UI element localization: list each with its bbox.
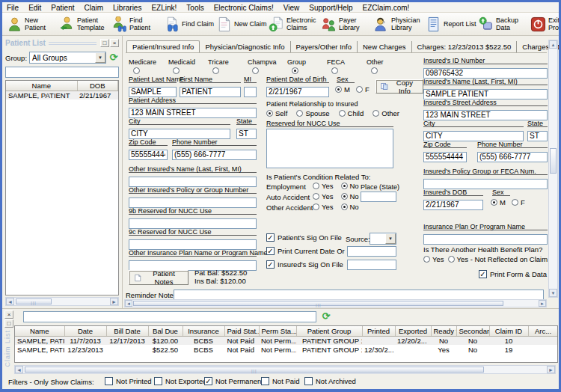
radio-spouse[interactable]: Spouse <box>296 109 329 117</box>
toolbar-backup-data[interactable]: Backup Data <box>478 16 530 32</box>
patient-phone-input[interactable] <box>172 150 257 160</box>
refresh-icon[interactable]: ⟳ <box>321 311 331 322</box>
claim-search-input[interactable] <box>23 311 316 322</box>
insured-address-input[interactable] <box>423 110 548 120</box>
other-insured-name-input[interactable] <box>129 177 257 187</box>
toolbar-find-claim[interactable]: Find Claim <box>164 16 216 32</box>
menu-electronic-claims[interactable]: Electronic Claims! <box>214 4 274 12</box>
chevron-down-icon[interactable]: ▼ <box>385 233 396 244</box>
insured-city-input[interactable] <box>423 131 524 141</box>
radio-no[interactable]: No <box>341 203 359 211</box>
radio-feca[interactable]: FECA <box>327 58 367 74</box>
menu-ezclaim-com[interactable]: EZClaim.com! <box>363 4 410 12</box>
claim-hscrollbar[interactable]: ◄ ► ||| <box>14 365 556 374</box>
radio-medicaid[interactable]: Medicaid <box>168 58 208 74</box>
column-header-name[interactable]: Name <box>15 326 64 336</box>
radio-yes[interactable]: Yes <box>313 203 334 211</box>
scroll-up-icon[interactable]: ▲ <box>549 40 557 49</box>
radio-yes-not-reflected-on-claim[interactable]: Yes - Not Reflected on Claim <box>448 255 548 263</box>
scroll-thumb[interactable]: ||| <box>25 367 484 373</box>
column-header-ready-fo[interactable]: Ready fo... <box>431 326 456 336</box>
patient-mi-input[interactable] <box>244 87 257 97</box>
column-header-date[interactable]: Date <box>64 326 106 336</box>
patient-dob-input[interactable] <box>266 87 329 97</box>
radio-tricare[interactable]: Tricare <box>208 58 248 74</box>
insured-zip-input[interactable] <box>423 152 467 162</box>
copy-info-button[interactable]: Copy Info <box>375 79 423 94</box>
menu-view[interactable]: View <box>283 4 300 12</box>
insured-name-input[interactable] <box>423 89 548 99</box>
checkbox-print-current-date[interactable]: ✓Print Current Date Or <box>266 247 345 255</box>
column-header-name[interactable]: Name <box>6 81 77 91</box>
scroll-left-icon[interactable]: ◄ <box>6 298 14 305</box>
table-row-0[interactable]: SAMPLE, PATI...11/7/201312/17/2013$120.0… <box>15 336 558 345</box>
toolbar-report-list[interactable]: Report List <box>426 16 478 32</box>
form-vscrollbar[interactable]: ▲ ▼ <box>548 40 558 298</box>
insured-policy-input[interactable] <box>423 179 548 189</box>
other-insured-policy-input[interactable] <box>129 197 257 208</box>
insured-phone-input[interactable] <box>477 152 548 162</box>
claim-panel-restore-button[interactable]: □ <box>4 319 13 328</box>
radio-medicare[interactable]: Medicare <box>129 58 168 74</box>
patient-notes-button[interactable]: Patient Notes <box>129 270 188 285</box>
scroll-down-icon[interactable]: ▼ <box>549 289 557 297</box>
column-header-insurance[interactable]: Insurance <box>183 326 224 336</box>
scroll-thumb[interactable] <box>550 148 557 174</box>
toolbar-new-claim[interactable]: New Claim <box>216 16 269 32</box>
form-hscrollbar[interactable]: ◄ ► ||| <box>124 299 547 307</box>
tab-payers-other-info[interactable]: Payers/Other Info <box>291 41 358 52</box>
reminder-note-input[interactable] <box>174 290 544 300</box>
checkbox-patients-sig-on-file[interactable]: ✓Patient's Sig On File <box>266 233 342 242</box>
column-header-patient-group[interactable]: Patient Group <box>296 326 362 336</box>
insureds-sig-input[interactable] <box>347 260 396 270</box>
radio-champva[interactable]: Champva <box>248 58 287 74</box>
table-row-0[interactable]: SAMPLE, PATIENT2/21/1967 <box>6 91 118 99</box>
nucc-9b-input[interactable] <box>129 218 257 229</box>
column-header-claim-id[interactable]: Claim ID <box>489 326 528 336</box>
menu-patient[interactable]: Patient <box>51 4 74 12</box>
toolbar-payer-library[interactable]: Payer Library <box>321 16 373 32</box>
scroll-left-icon[interactable]: ◄ <box>125 300 132 307</box>
tab-patient-insured-info[interactable]: Patient/Insured Info <box>126 40 200 52</box>
column-header-printed[interactable]: Printed <box>362 326 395 336</box>
scroll-right-icon[interactable]: ► <box>547 366 555 373</box>
insured-dob-input[interactable] <box>423 200 483 210</box>
radio-other[interactable]: Other <box>367 58 406 74</box>
panel-close-button[interactable]: × <box>110 39 119 47</box>
menu-file[interactable]: File <box>7 4 19 12</box>
menu-claim[interactable]: Claim <box>85 4 104 12</box>
column-header-paid-stat[interactable]: Paid Stat... <box>224 326 259 336</box>
radio-m[interactable]: M <box>491 198 506 206</box>
refresh-icon[interactable]: ⟳ <box>108 52 119 63</box>
claim-panel-close-button[interactable]: × <box>4 310 13 319</box>
radio-child[interactable]: Child <box>339 109 364 117</box>
checkbox-print-form-data[interactable]: ✓Print Form & Data <box>479 270 547 278</box>
insurance-plan-input[interactable] <box>423 234 548 245</box>
patient-first-name-input[interactable] <box>180 87 241 97</box>
menu-edit[interactable]: Edit <box>28 4 41 12</box>
checkbox-not-paid[interactable]: Not Paid <box>261 377 299 385</box>
column-header-arc[interactable]: Arc... <box>528 326 558 336</box>
patient-search-input[interactable] <box>5 67 119 78</box>
patient-address-input[interactable] <box>129 108 257 118</box>
table-row-1[interactable]: SAMPLE, PATI...12/23/2013$522.50BCBSNot … <box>15 345 558 354</box>
menu-ezlink[interactable]: EZLink! <box>151 4 177 12</box>
patient-city-input[interactable] <box>129 129 230 139</box>
print-date-input[interactable] <box>347 246 396 257</box>
scroll-left-icon[interactable]: ◄ <box>15 366 23 373</box>
insured-state-input[interactable] <box>527 131 548 141</box>
reserved-nucc-textarea[interactable] <box>266 129 393 168</box>
toolbar-physician-library[interactable]: Physician Library <box>373 16 426 32</box>
column-header-perm-sta[interactable]: Perm Sta... <box>259 326 296 336</box>
radio-yes[interactable]: Yes <box>313 182 334 190</box>
scroll-thumb[interactable]: ||| <box>16 298 52 304</box>
column-header-bill-date[interactable]: Bill Date <box>106 326 148 336</box>
tab-physician-diagnostic-info[interactable]: Physician/Diagnostic Info <box>200 41 290 52</box>
toolbar-patient-template[interactable]: Patient Template <box>59 16 111 32</box>
toolbar-find-patient[interactable]: Find Patient <box>111 16 164 32</box>
panel-restore-button[interactable]: □ <box>100 39 109 47</box>
radio-f[interactable]: F <box>512 198 525 206</box>
toolbar-exit-program[interactable]: Exit Program <box>530 16 561 32</box>
column-header-secondary[interactable]: Secondary <box>456 326 489 336</box>
checkbox-not-exported[interactable]: Not Exported <box>154 377 206 385</box>
